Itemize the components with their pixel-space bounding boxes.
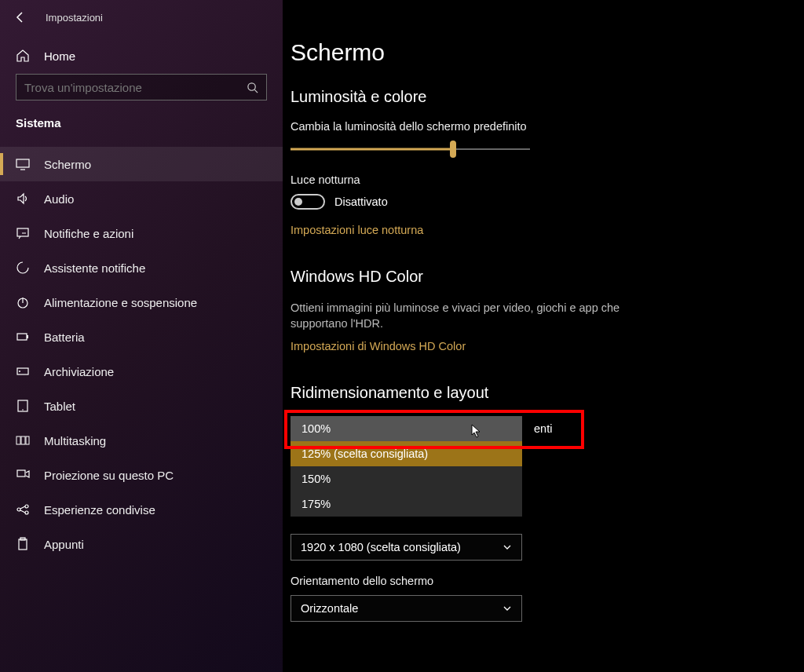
- titlebar: Impostazioni: [0, 0, 283, 35]
- svg-rect-5: [27, 335, 28, 338]
- sidebar-item-alimentazione[interactable]: Alimentazione e sospensione: [0, 285, 283, 320]
- display-icon: [16, 157, 30, 171]
- search-icon: [247, 82, 258, 93]
- notifications-icon: [16, 226, 30, 240]
- svg-rect-2: [17, 228, 28, 236]
- sidebar-item-label: Proiezione su questo PC: [44, 469, 174, 482]
- sidebar-item-label: Schermo: [44, 158, 91, 171]
- night-light-settings-link[interactable]: Impostazioni luce notturna: [291, 224, 804, 236]
- page-title: Schermo: [291, 39, 804, 66]
- sidebar-item-batteria[interactable]: Batteria: [0, 320, 283, 354]
- tablet-icon: [16, 399, 30, 413]
- clipboard-icon: [16, 537, 30, 551]
- sidebar-item-schermo[interactable]: Schermo: [0, 147, 283, 181]
- svg-rect-12: [26, 436, 29, 444]
- orientation-value: Orizzontale: [301, 602, 358, 615]
- main-content: Schermo Luminosità e colore Cambia la lu…: [283, 0, 804, 672]
- sidebar-item-label: Assistente notifiche: [44, 261, 145, 275]
- home-icon: [16, 49, 30, 63]
- resolution-select[interactable]: 1920 x 1080 (scelta consigliata): [291, 534, 522, 561]
- sidebar-item-label: Notifiche e azioni: [44, 227, 133, 240]
- svg-rect-1: [16, 159, 29, 167]
- sidebar-item-notifiche[interactable]: Notifiche e azioni: [0, 216, 283, 250]
- power-icon: [16, 295, 30, 309]
- svg-point-15: [25, 505, 28, 508]
- sidebar-item-assistente[interactable]: Assistente notifiche: [0, 250, 283, 285]
- hdcolor-link[interactable]: Impostazioni di Windows HD Color: [291, 340, 804, 352]
- section-brightness: Luminosità e colore: [291, 88, 804, 106]
- night-light-label: Luce notturna: [291, 173, 804, 186]
- night-light-toggle[interactable]: [291, 194, 325, 210]
- section-scaling: Ridimensionamento e layout: [291, 384, 804, 402]
- window-title: Impostazioni: [46, 12, 103, 24]
- multitasking-icon: [16, 433, 30, 447]
- sidebar-item-audio[interactable]: Audio: [0, 181, 283, 216]
- sidebar-nav: Schermo Audio Notifiche e azioni Assiste…: [0, 147, 283, 561]
- svg-rect-4: [17, 334, 27, 340]
- svg-rect-11: [21, 436, 25, 444]
- sidebar: Impostazioni Home Sistema Schermo Audio …: [0, 0, 283, 672]
- svg-point-16: [25, 511, 28, 514]
- projection-icon: [16, 468, 30, 482]
- sidebar-item-multitasking[interactable]: Multitasking: [0, 423, 283, 458]
- scale-dropdown-open[interactable]: 100% 125% (scelta consigliata) 150% 175%: [291, 416, 522, 517]
- chevron-down-icon: [502, 542, 512, 552]
- chevron-down-icon: [502, 604, 512, 613]
- sidebar-item-proiezione[interactable]: Proiezione su questo PC: [0, 458, 283, 492]
- orientation-select[interactable]: Orizzontale: [291, 595, 522, 622]
- sidebar-home[interactable]: Home: [0, 49, 283, 63]
- search-input-wrap[interactable]: [16, 74, 267, 100]
- section-hdcolor: Windows HD Color: [291, 268, 804, 286]
- back-button[interactable]: [14, 11, 27, 24]
- orientation-label: Orientamento dello schermo: [291, 575, 804, 587]
- svg-rect-10: [16, 436, 20, 444]
- storage-icon: [16, 364, 30, 378]
- brightness-label: Cambia la luminosità dello schermo prede…: [291, 120, 804, 133]
- sidebar-item-label: Audio: [44, 192, 74, 206]
- sidebar-item-esperienze[interactable]: Esperienze condivise: [0, 492, 283, 527]
- focus-icon: [16, 261, 30, 275]
- sidebar-item-label: Esperienze condivise: [44, 503, 155, 517]
- sidebar-item-appunti[interactable]: Appunti: [0, 527, 283, 561]
- slider-fill: [291, 148, 453, 151]
- sidebar-item-label: Multitasking: [44, 434, 106, 447]
- sidebar-item-label: Appunti: [44, 538, 84, 551]
- scale-option-100[interactable]: 100%: [291, 416, 522, 441]
- sidebar-item-label: Alimentazione e sospensione: [44, 296, 197, 309]
- toggle-state-label: Disattivato: [334, 195, 388, 208]
- svg-point-7: [19, 371, 20, 372]
- svg-point-14: [17, 508, 20, 511]
- slider-thumb[interactable]: [450, 141, 456, 158]
- svg-point-0: [248, 82, 255, 89]
- scale-option-125[interactable]: 125% (scelta consigliata): [291, 441, 522, 466]
- hdcolor-desc: Ottieni immagini più luminose e vivaci p…: [291, 300, 667, 332]
- search-input[interactable]: [24, 81, 247, 94]
- svg-point-9: [22, 409, 24, 411]
- brightness-slider[interactable]: [291, 141, 530, 158]
- hidden-label-fragment: enti: [534, 422, 552, 435]
- svg-rect-13: [17, 470, 25, 477]
- audio-icon: [16, 192, 30, 206]
- toggle-knob: [294, 198, 302, 206]
- sidebar-category: Sistema: [0, 116, 283, 139]
- shared-icon: [16, 502, 30, 517]
- sidebar-item-label: Tablet: [44, 400, 75, 413]
- sidebar-item-tablet[interactable]: Tablet: [0, 389, 283, 423]
- scale-option-175[interactable]: 175%: [291, 491, 522, 517]
- sidebar-home-label: Home: [44, 49, 75, 63]
- battery-icon: [16, 330, 30, 344]
- svg-rect-17: [19, 539, 27, 550]
- scale-option-150[interactable]: 150%: [291, 466, 522, 491]
- sidebar-item-label: Batteria: [44, 331, 85, 344]
- sidebar-item-archiviazione[interactable]: Archiviazione: [0, 354, 283, 389]
- sidebar-item-label: Archiviazione: [44, 365, 114, 378]
- resolution-value: 1920 x 1080 (scelta consigliata): [301, 541, 461, 553]
